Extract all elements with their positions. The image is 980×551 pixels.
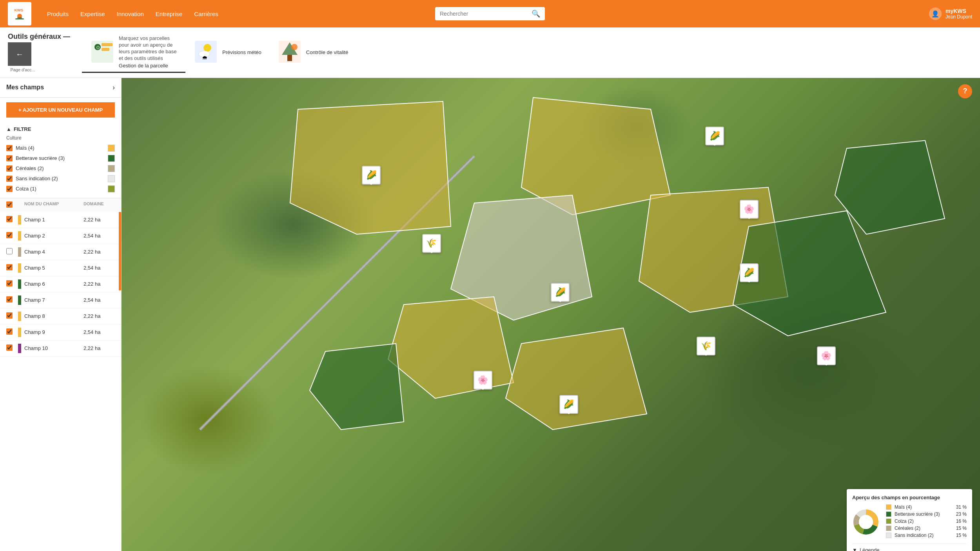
map-icon-grain-2[interactable]: 🌾 (697, 337, 715, 355)
field-color-bar-4 (18, 279, 21, 289)
filter-section: ▲ FILTRE Culture Maïs (4) Betterave sucr… (0, 122, 121, 198)
filter-checkbox-4[interactable] (6, 186, 13, 192)
field-row-6[interactable]: Champ 8 2,22 ha (0, 308, 121, 324)
filter-item-2[interactable]: Céréales (2) (6, 163, 115, 174)
legend-footer[interactable]: ▼ Légende (852, 544, 967, 551)
field-checkbox-5[interactable] (6, 296, 13, 303)
field-row-7[interactable]: Champ 9 2,54 ha (0, 324, 121, 341)
filter-checkbox-1[interactable] (6, 155, 13, 161)
col-name-header: NOM DU CHAMP (24, 201, 83, 209)
svg-rect-8 (102, 48, 109, 51)
svg-text:KWS: KWS (15, 8, 24, 12)
legend-items: Maïs (4) 31 % Betterave sucrière (3) 23 … (886, 504, 967, 540)
nav-produits[interactable]: Produits (47, 11, 69, 17)
field-checkbox-area-0 (6, 216, 18, 223)
field-domain-6: 2,22 ha (83, 313, 115, 319)
field-color-bar-6 (18, 312, 21, 321)
tool-gestion[interactable]: ⊙ Marquez vos parcelles pour avoir un ap… (82, 32, 185, 73)
map-icon-corn-2[interactable]: 🌽 (740, 263, 759, 282)
field-checkbox-3[interactable] (6, 264, 13, 270)
kws-logo[interactable]: KWS (8, 2, 31, 25)
svg-rect-2 (15, 18, 24, 19)
filter-item-3[interactable]: Sans indication (2) (6, 174, 115, 184)
legend-footer-label: Légende (860, 547, 880, 551)
filter-checkbox-2[interactable] (6, 165, 13, 172)
tool-vitalite[interactable]: Contrôle de vitalité (269, 36, 356, 69)
filter-item-0[interactable]: Maïs (4) (6, 143, 115, 153)
field-color-bar-8 (18, 344, 21, 353)
map-icon-flower[interactable]: 🌸 (740, 200, 759, 219)
map-icon-corn-3[interactable]: 🌽 (559, 395, 578, 414)
filter-label: FILTRE (14, 126, 31, 132)
search-icon[interactable]: 🔍 (532, 9, 540, 18)
legend-title: Aperçu des champs en pourcentage (852, 495, 967, 500)
field-domain-5: 2,54 ha (83, 297, 115, 303)
field-checkbox-area-8 (6, 344, 18, 352)
field-domain-4: 2,22 ha (83, 281, 115, 287)
map-icon-grain[interactable]: 🌾 (422, 234, 441, 253)
add-field-button[interactable]: + AJOUTER UN NOUVEAU CHAMP (6, 102, 115, 118)
nav-innovation[interactable]: Innovation (117, 11, 144, 17)
field-row-0[interactable]: Champ 1 2,22 ha (0, 212, 121, 228)
legend-item-3: Céréales (2) 15 % (886, 526, 967, 531)
nav-entreprise[interactable]: Entreprise (156, 11, 182, 17)
map-icon-flower-3[interactable]: 🌸 (817, 346, 836, 365)
legend-content: Maïs (4) 31 % Betterave sucrière (3) 23 … (852, 504, 967, 540)
tool-meteo[interactable]: 🌧 Prévisions météo (185, 36, 269, 69)
field-row-5[interactable]: Champ 7 2,54 ha (0, 292, 121, 308)
filter-collapse-icon[interactable]: ▲ (6, 126, 11, 132)
legend-pct-0: 31 % (956, 504, 967, 510)
help-button[interactable]: ? (958, 84, 972, 98)
field-checkbox-6[interactable] (6, 312, 13, 319)
svg-point-10 (203, 44, 211, 52)
table-header: NOM DU CHAMP DOMAINE (0, 198, 121, 212)
filter-items: Maïs (4) Betterave sucrière (3) Céréales… (6, 143, 115, 194)
filter-item-1[interactable]: Betterave sucrière (3) (6, 153, 115, 163)
filter-checkbox-3[interactable] (6, 176, 13, 182)
field-color-bar-2 (18, 247, 21, 257)
field-name-5: Champ 7 (24, 297, 83, 303)
map-area[interactable]: 🌽🌽🌸🌾🌽🌽🌾🌸🌽🌸 ? Aperçu des champs en pource… (122, 78, 980, 551)
sidebar-expand-icon[interactable]: › (113, 83, 115, 92)
map-icon-sunflower[interactable]: 🌽 (362, 166, 381, 185)
field-checkbox-7[interactable] (6, 328, 13, 335)
field-row-3[interactable]: Champ 5 2,54 ha (0, 260, 121, 276)
field-checkbox-area-2 (6, 248, 18, 256)
nav-carrieres[interactable]: Carrières (194, 11, 218, 17)
field-checkbox-4[interactable] (6, 280, 13, 286)
field-color-bar-5 (18, 295, 21, 305)
tool-meteo-icon: 🌧 (193, 39, 218, 64)
legend-item-0: Maïs (4) 31 % (886, 504, 967, 510)
culture-label: Culture (6, 135, 115, 141)
field-row-4[interactable]: Champ 6 2,22 ha (0, 276, 121, 292)
filter-item-4[interactable]: Colza (1) (6, 184, 115, 194)
map-icon-corn[interactable]: 🌽 (705, 127, 724, 145)
field-name-0: Champ 1 (24, 217, 83, 223)
field-checkbox-area-1 (6, 232, 18, 239)
filter-color-swatch-0 (108, 145, 115, 152)
field-row-8[interactable]: Champ 10 2,22 ha (0, 341, 121, 357)
field-checkbox-area-4 (6, 280, 18, 288)
map-icon-flower-2[interactable]: 🌸 (474, 371, 492, 390)
search-input[interactable] (440, 11, 532, 17)
field-checkbox-0[interactable] (6, 216, 13, 222)
filter-name-0: Maïs (4) (16, 145, 105, 151)
field-checkbox-2[interactable] (6, 248, 13, 254)
filter-color-swatch-4 (108, 185, 115, 192)
field-row-2[interactable]: Champ 4 2,22 ha (0, 244, 121, 260)
back-button[interactable]: ← (8, 42, 31, 66)
filter-checkbox-0[interactable] (6, 145, 13, 151)
nav-expertise[interactable]: Expertise (80, 11, 105, 17)
field-checkbox-1[interactable] (6, 232, 13, 238)
field-checkbox-8[interactable] (6, 344, 13, 351)
scroll-indicator[interactable] (119, 212, 121, 290)
select-all-checkbox[interactable] (6, 201, 13, 208)
legend-pct-2: 16 % (956, 518, 967, 524)
field-row-1[interactable]: Champ 2 2,54 ha (0, 228, 121, 244)
user-info[interactable]: myKWS Jean Dupont (946, 8, 972, 20)
map-icon-corn[interactable]: 🌽 (551, 283, 570, 302)
field-domain-3: 2,54 ha (83, 265, 115, 271)
field-name-3: Champ 5 (24, 265, 83, 271)
field-name-4: Champ 6 (24, 281, 83, 287)
field-color-bar-1 (18, 231, 21, 241)
